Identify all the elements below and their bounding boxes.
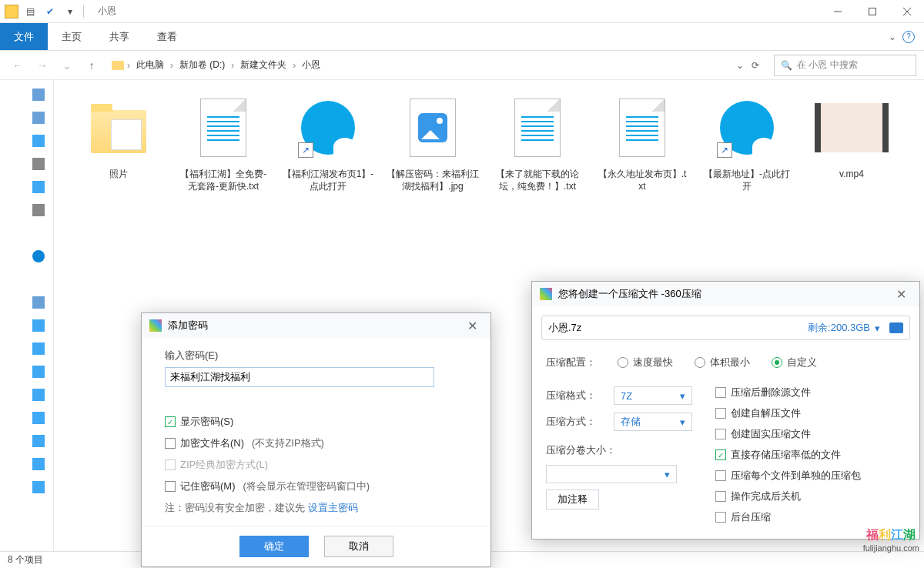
file-label: v.mp4 [839,168,864,180]
folder-app-icon [5,5,18,18]
breadcrumb[interactable]: › 此电脑 › 新加卷 (D:) › 新建文件夹 › 小恩 ⌄ ⟳ [106,55,769,76]
txt-icon [186,91,260,165]
video-icon [815,91,889,165]
navigation-pane[interactable] [0,80,54,551]
qat-dropdown-icon[interactable]: ▾ [62,3,79,20]
documents-icon [32,389,45,401]
browse-folder-icon[interactable] [889,322,903,333]
chk-delete-source[interactable]: 压缩后删除源文件 [715,386,906,399]
breadcrumb-segment[interactable]: 此电脑 [133,57,167,73]
remember-password-checkbox[interactable]: 记住密码(M)(将会显示在管理密码窗口中) [165,479,467,493]
close-icon[interactable]: ✕ [890,283,912,305]
split-size-combo[interactable]: ▾ [546,465,677,483]
breadcrumb-segment[interactable]: 新建文件夹 [237,57,290,73]
file-item[interactable]: 【永久地址发布页】.txt [593,88,691,195]
qat-check-icon[interactable]: ✔ [42,3,59,20]
chk-store-low[interactable]: ✓直接存储压缩率低的文件 [715,448,906,462]
recent-dropdown[interactable]: ⌄ [57,55,77,75]
chevron-down-icon: ▾ [680,416,685,428]
chevron-down-icon: ▾ [665,469,670,480]
radio-size[interactable]: 体积最小 [695,356,750,369]
desktop-icon [32,458,45,470]
title-bar: ▤ ✔ ▾ 小恩 [0,0,924,23]
tab-home[interactable]: 主页 [48,23,95,50]
chevron-right-icon[interactable]: › [169,60,175,71]
windows-icon [32,481,45,493]
radio-speed[interactable]: 速度最快 [618,356,673,369]
window-title: 小恩 [98,5,116,18]
close-icon[interactable]: ✕ [461,315,483,336]
address-dropdown-icon[interactable]: ⌄ [736,60,744,71]
format-combo[interactable]: 7Z▾ [614,386,692,405]
file-item[interactable]: v.mp4 [802,88,901,195]
chevron-right-icon[interactable]: › [291,60,297,71]
radio-custom[interactable]: 自定义 [772,356,817,369]
folder-small-icon [112,61,124,70]
watermark: 福利江湖 fulijianghu.com [863,527,919,553]
chk-each-file[interactable]: 压缩每个文件到单独的压缩包 [715,469,906,483]
close-button[interactable] [889,0,924,23]
file-label: 照片 [109,168,128,180]
show-password-checkbox[interactable]: ✓显示密码(S) [165,415,467,429]
dialog-titlebar: 您将创建一个压缩文件 -360压缩 ✕ [532,282,919,306]
tab-view[interactable]: 查看 [143,23,191,50]
file-item[interactable]: 【解压密码：来福利江湖找福利】.jpg [383,88,482,195]
ribbon-help-area: ⌄ ? [879,23,924,50]
zip-classic-checkbox: ZIP经典加密方式(L) [165,458,467,472]
this-pc-icon [32,296,45,309]
dialog-title: 您将创建一个压缩文件 -360压缩 [558,287,701,301]
method-combo[interactable]: 存储▾ [614,413,692,431]
file-item[interactable]: 【福利江湖】全免费-无套路-更新快.txt [174,88,273,195]
file-item[interactable]: 【来了就能下载的论坛，纯免费！】.txt [488,88,587,195]
dialog-titlebar: 添加密码 ✕ [142,313,490,338]
qat-properties-icon[interactable]: ▤ [22,3,38,20]
chevron-right-icon[interactable]: › [229,60,236,71]
video-icon [32,342,45,355]
chk-shutdown[interactable]: 操作完成后关机 [715,489,906,503]
method-label: 压缩方式： [546,415,606,429]
search-placeholder: 在 小恩 中搜索 [797,58,858,72]
chevron-down-icon[interactable]: ▾ [875,322,880,334]
chevron-down-icon: ▾ [680,390,685,402]
refresh-icon[interactable]: ⟳ [752,60,759,71]
breadcrumb-segment[interactable]: 小恩 [299,57,323,73]
file-item[interactable]: 照片 [69,88,168,195]
chk-background[interactable]: 后台压缩 [715,510,906,524]
expand-ribbon-icon[interactable]: ⌄ [889,32,896,42]
dialog-title: 添加密码 [168,319,208,332]
help-icon[interactable]: ? [902,31,915,43]
music-icon [32,435,45,447]
browser-icon: ↗ [291,91,365,165]
set-master-password-link[interactable]: 设置主密码 [308,502,358,513]
compress-config-row: 压缩配置： 速度最快 体积最小 自定义 [532,349,919,376]
password-note: 注：密码没有安全加密，建议先 设置主密码 [165,501,467,515]
pictures-icon [32,366,45,378]
forward-button[interactable]: → [32,55,52,75]
archive-filename-input[interactable]: 小恩.7z 剩余:200.3GB ▾ [541,316,910,340]
chevron-right-icon[interactable]: › [126,60,132,71]
file-item[interactable]: ↗【福利江湖发布页1】-点此打开 [279,88,377,195]
quick-access-toolbar: ▤ ✔ ▾ [0,3,90,20]
maximize-button[interactable] [855,0,889,23]
ok-button[interactable]: 确定 [239,536,309,557]
tab-file[interactable]: 文件 [0,23,48,50]
window-controls [820,0,924,23]
chk-sfx[interactable]: 创建自解压文件 [715,406,906,420]
split-label: 压缩分卷大小： [546,443,616,457]
status-item-count: 8 个项目 [8,553,43,566]
folder-icon [32,135,45,147]
back-button[interactable]: ← [8,55,28,75]
add-comment-button[interactable]: 加注释 [546,489,599,510]
file-item[interactable]: ↗【最新地址】-点此打开 [698,88,796,195]
qat-separator [83,5,84,18]
minimize-button[interactable] [820,0,855,23]
up-button[interactable]: ↑ [82,55,102,75]
drive-icon [32,158,45,170]
chk-solid[interactable]: 创建固实压缩文件 [715,427,906,441]
breadcrumb-segment[interactable]: 新加卷 (D:) [176,57,228,73]
password-input[interactable]: 来福利江湖找福利 [165,367,434,387]
tab-share[interactable]: 共享 [95,23,143,50]
encrypt-filenames-checkbox[interactable]: 加密文件名(N)(不支持ZIP格式) [165,436,467,450]
cancel-button[interactable]: 取消 [324,536,393,557]
search-input[interactable]: 🔍 在 小恩 中搜索 [774,55,916,76]
